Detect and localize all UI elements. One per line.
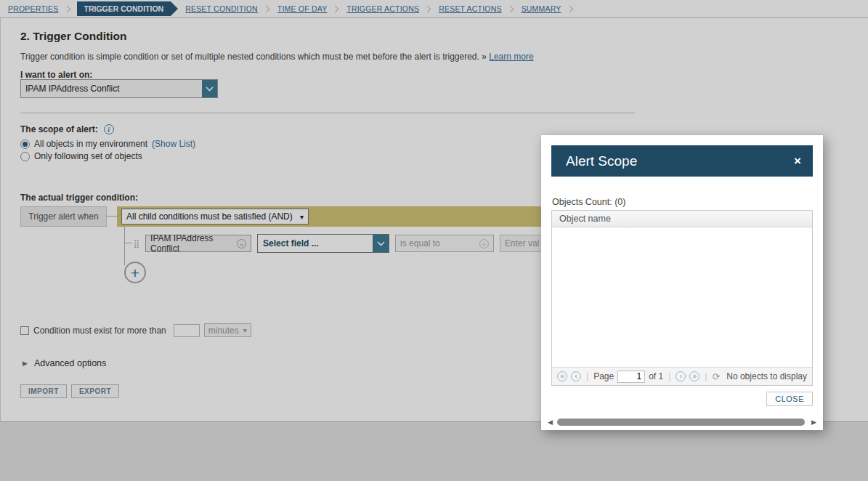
dialog-title: Alert Scope	[551, 153, 637, 169]
grid-pager: « ‹ | Page of 1 | › » | ⟳ No objects to …	[552, 367, 812, 385]
grid-body-empty	[552, 227, 812, 367]
prev-page-icon[interactable]: ‹	[571, 371, 581, 381]
scrollbar-thumb[interactable]	[557, 419, 805, 426]
horizontal-scrollbar: ◀ ▶	[545, 417, 819, 427]
page-of-label: of 1	[649, 371, 663, 381]
close-button[interactable]: CLOSE	[766, 392, 813, 406]
page-number-input[interactable]	[617, 371, 645, 383]
dialog-header: Alert Scope ×	[551, 145, 813, 177]
close-icon[interactable]: ×	[794, 155, 801, 167]
objects-count: Objects Count: (0)	[552, 197, 625, 207]
next-page-icon[interactable]: ›	[676, 371, 686, 381]
alert-scope-dialog: Alert Scope × Objects Count: (0) Object …	[541, 135, 823, 430]
grid-column-header[interactable]: Object name	[552, 211, 812, 227]
pager-status-text: No objects to display	[726, 371, 807, 381]
refresh-icon[interactable]: ⟳	[712, 371, 720, 382]
scroll-left-icon[interactable]: ◀	[545, 419, 555, 426]
scroll-right-icon[interactable]: ▶	[809, 419, 819, 426]
last-page-icon[interactable]: »	[689, 371, 699, 381]
pager-divider: |	[703, 371, 708, 381]
objects-grid: Object name « ‹ | Page of 1 | › » | ⟳ No…	[551, 210, 813, 386]
pager-divider: |	[667, 371, 672, 381]
pager-divider: |	[585, 371, 590, 381]
page-label: Page	[593, 371, 614, 381]
first-page-icon[interactable]: «	[557, 371, 567, 381]
